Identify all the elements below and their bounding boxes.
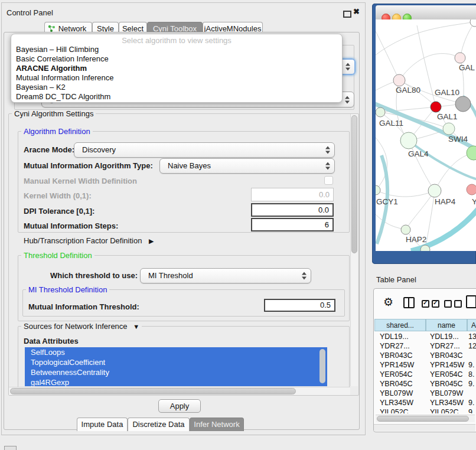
apply-button[interactable]: Apply <box>158 399 201 413</box>
cell: YDR27... <box>380 341 425 351</box>
scrollbar-thumb[interactable] <box>351 115 357 253</box>
kernel-width-label: Kernel Width (0,1): <box>24 191 92 200</box>
which-threshold-select[interactable]: MI Threshold <box>140 268 311 283</box>
combo-arrows-icon <box>325 146 331 154</box>
data-attributes-list[interactable]: SelfLoops TopologicalCoefficient Between… <box>25 347 327 386</box>
node-gcy1[interactable] <box>376 185 380 195</box>
list-item[interactable]: BetweennessCentrality <box>25 367 327 377</box>
data-attributes-label: Data Attributes <box>24 337 79 345</box>
node-gal4[interactable] <box>400 132 417 149</box>
table-row[interactable]: YER054CYER054C8. <box>374 370 476 379</box>
tab-impute-data[interactable]: Impute Data <box>77 418 128 431</box>
hub-definition-label: Hub/Transcription Factor Definition <box>24 236 142 245</box>
deselect-all-checkboxes-icon[interactable] <box>444 299 464 310</box>
mi-threshold-input[interactable]: 0.5 <box>264 299 335 312</box>
cell: YDL19... <box>380 332 425 341</box>
popup-item[interactable]: Dream8 DC_TDC Algorithm <box>11 92 342 102</box>
manual-kernel-checkbox[interactable] <box>324 176 333 185</box>
tab-label: Discretize Data <box>132 420 184 429</box>
combo-arrows-icon <box>302 272 307 280</box>
hub-definition-toggle[interactable]: Hub/Transcription Factor Definition ▶ <box>24 236 154 245</box>
node-gal80[interactable] <box>393 74 405 86</box>
dpi-tolerance-input[interactable]: 0.0 <box>251 203 334 217</box>
list-scrollbar-thumb[interactable] <box>319 349 325 383</box>
column-header-name[interactable]: name <box>426 319 467 331</box>
node-gal[interactable] <box>455 53 465 63</box>
network-window-titlebar[interactable] <box>376 5 476 20</box>
table-row[interactable]: YIL052CYIL052C9. <box>374 407 476 413</box>
table-row[interactable]: YBR043CYBR043C <box>374 351 476 360</box>
float-window-icon[interactable] <box>343 11 351 18</box>
node-y[interactable] <box>467 184 476 195</box>
popup-item[interactable]: Bayesian – Hill Climbing <box>11 45 342 54</box>
settings-horizontal-scrollbar[interactable] <box>9 387 350 395</box>
combo-arrows-icon <box>325 162 331 170</box>
popup-item-selected[interactable]: ARACNE Algorithm <box>11 64 342 73</box>
cell: 8. <box>468 370 476 379</box>
aracne-mode-value: Discovery <box>82 143 116 157</box>
scrollbar-thumb[interactable] <box>10 388 296 394</box>
cell: YBR045C <box>380 379 425 389</box>
table-horizontal-scrollbar[interactable] <box>376 415 475 422</box>
cell: 9. <box>468 379 476 389</box>
node-hap4[interactable] <box>428 184 441 197</box>
select-all-checkboxes-icon[interactable] <box>422 299 442 310</box>
popup-item[interactable]: Bayesian – K2 <box>11 83 342 92</box>
popup-item[interactable]: Mutual Information Inference <box>11 73 342 83</box>
aracne-mode-select[interactable]: Discovery <box>74 142 335 158</box>
cell: YER054C <box>380 370 425 379</box>
node-red[interactable] <box>431 102 441 112</box>
minimized-panel-icon[interactable] <box>4 446 17 450</box>
list-item[interactable]: SelfLoops <box>25 347 327 357</box>
columns-icon[interactable] <box>403 297 415 308</box>
table-row[interactable]: YDR27...YDR27...12 <box>374 341 476 351</box>
unchecked-box-icon <box>454 300 462 308</box>
sources-group-header[interactable]: Sources for Network Inference ▼ <box>21 322 142 331</box>
node-swi4[interactable] <box>467 146 476 160</box>
network-canvas[interactable]: GAL GAL80 GAL10 GAL1 GAL11 GAL4 SWI4 GCY… <box>376 19 476 251</box>
node[interactable] <box>470 19 476 27</box>
cell: 9. <box>468 360 476 370</box>
node-label: GAL <box>459 63 475 72</box>
cell: 12 <box>468 341 476 351</box>
scrollbar-thumb[interactable] <box>377 416 469 422</box>
node-label: GCY1 <box>376 197 398 206</box>
close-icon[interactable]: ✖ <box>353 7 360 16</box>
file-icon[interactable] <box>466 295 476 308</box>
table-row[interactable]: YDL19...YDL19...13 <box>374 332 476 341</box>
table-row[interactable]: YLR345WYLR345W9. <box>374 398 476 407</box>
table-row[interactable]: YBR045CYBR045C9. <box>374 379 476 389</box>
tab-infer-network[interactable]: Infer Network <box>190 418 244 431</box>
table-row[interactable]: YBL079WYBL079W <box>374 389 476 398</box>
node-gal1[interactable] <box>443 123 455 135</box>
settings-vertical-scrollbar[interactable] <box>350 114 358 386</box>
list-item[interactable]: gal4RGexp <box>25 377 327 386</box>
column-header-cut[interactable]: A <box>467 319 476 331</box>
node-gal10[interactable] <box>455 96 471 112</box>
mi-type-select[interactable]: Naive Bayes <box>159 158 335 174</box>
algorithm-definition-title: Algorithm Definition <box>21 128 93 136</box>
column-header-shared-name[interactable]: shared... <box>374 319 426 331</box>
algorithm-dropdown-popup: Select algorithm to view settings Bayesi… <box>11 34 343 103</box>
node-label: HAP4 <box>435 197 455 206</box>
table-row[interactable]: YPR145WYPR145W9. <box>374 360 476 370</box>
gear-icon[interactable]: ⚙ <box>383 296 393 308</box>
dpi-tolerance-label: DPI Tolerance [0,1]: <box>24 207 94 216</box>
cell: 9. <box>468 398 476 407</box>
node-label: Y <box>472 197 476 206</box>
mi-type-label: Mutual Information Algorithm Type: <box>24 161 153 170</box>
mi-steps-input[interactable]: 6 <box>251 218 334 231</box>
checked-box-icon <box>422 300 429 308</box>
threshold-definition-title: Threshold Definition <box>21 252 94 260</box>
mi-threshold-label: Mutual Information Threshold: <box>28 302 139 311</box>
sources-group-title: Sources for Network Inference <box>24 322 128 331</box>
popup-item[interactable]: Basic Correlation Inference <box>11 54 342 64</box>
cell: YIL052C <box>430 407 467 413</box>
kernel-width-input[interactable]: 0.0 <box>251 188 334 201</box>
node-hap2[interactable] <box>401 225 410 234</box>
mi-steps-label: Mutual Information Steps: <box>24 221 118 230</box>
tab-discretize-data[interactable]: Discretize Data <box>128 418 190 431</box>
cell: YBR045C <box>430 379 467 389</box>
list-item[interactable]: TopologicalCoefficient <box>25 357 327 367</box>
node-gal11[interactable] <box>376 107 385 117</box>
